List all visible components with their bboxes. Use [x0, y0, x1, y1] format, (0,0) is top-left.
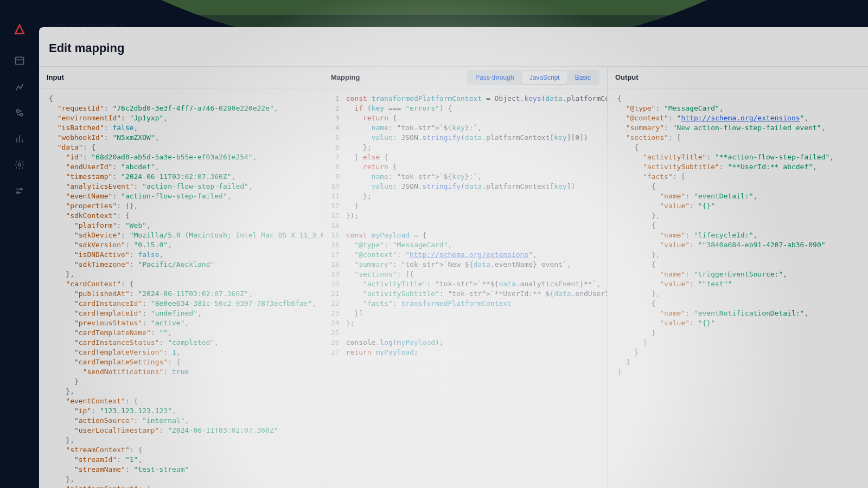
tab-javascript[interactable]: JavaScript	[522, 71, 567, 84]
mapping-panel-title: Mapping	[331, 73, 360, 81]
output-panel: Output { "@type": "MessageCard", "@conte…	[608, 67, 868, 488]
nav-item-2-icon[interactable]	[14, 81, 25, 92]
svg-point-3	[18, 164, 21, 166]
mapping-mode-tabs: Pass-through JavaScript Basic	[467, 70, 599, 85]
nav-item-1-icon[interactable]	[14, 55, 25, 66]
edit-mapping-modal: Edit mapping Input { "requestId": "76c2d…	[39, 27, 868, 488]
app-logo	[13, 23, 26, 36]
input-panel: Input { "requestId": "76c2dbd0-3e3f-4ff7…	[39, 67, 323, 488]
nav-item-3-icon[interactable]	[14, 107, 25, 118]
input-panel-title: Input	[47, 73, 64, 81]
mapping-code-editor[interactable]: 1234567891011121314151617181920212223242…	[323, 88, 607, 488]
svg-point-1	[16, 110, 19, 112]
tab-pass-through[interactable]: Pass-through	[468, 71, 521, 84]
output-panel-title: Output	[615, 73, 639, 81]
svg-point-4	[21, 188, 22, 190]
app-sidebar	[0, 15, 39, 488]
mapping-panel: Mapping Pass-through JavaScript Basic 12…	[323, 67, 608, 488]
output-json-viewer[interactable]: { "@type": "MessageCard", "@context": "h…	[608, 88, 868, 488]
svg-rect-0	[16, 57, 24, 64]
nav-item-5-icon[interactable]	[14, 159, 25, 170]
tab-basic[interactable]: Basic	[567, 71, 598, 84]
nav-item-6-icon[interactable]	[14, 185, 25, 196]
svg-point-2	[20, 113, 23, 116]
input-json-viewer[interactable]: { "requestId": "76c2dbd0-3e3f-4ff7-a746-…	[39, 88, 323, 488]
nav-item-4-icon[interactable]	[14, 133, 25, 144]
modal-title: Edit mapping	[39, 27, 868, 66]
